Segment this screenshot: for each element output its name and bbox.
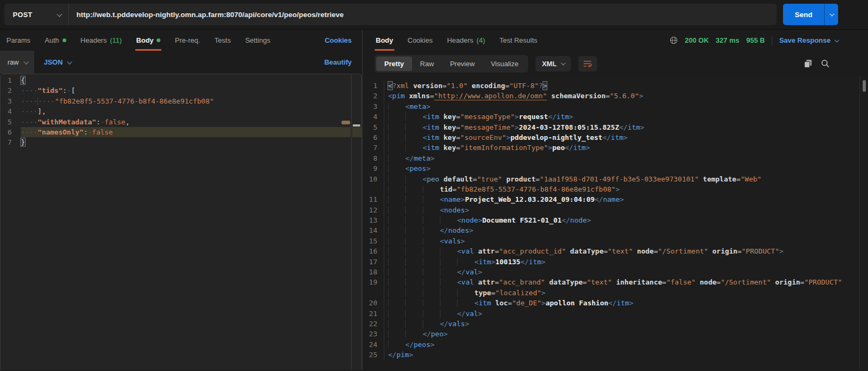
chevron-down-icon [561,61,565,65]
tab-label: Auth [45,36,59,44]
line-content: ····"tids":·[ [21,85,351,96]
line-content: <itm loc="de_DE">apollon Fashion</itm> [388,298,633,308]
view-preview[interactable]: Preview [442,57,483,71]
view-raw[interactable]: Raw [412,57,442,71]
code-line: 4····], [1,106,361,116]
line-number: 9 [363,163,384,173]
tab-auth[interactable]: Auth [44,30,67,51]
method-label: POST [13,11,33,19]
tab-label: Body [136,36,154,44]
wrap-text-button[interactable] [578,56,597,72]
line-content: <vals> [388,236,465,246]
code-line: 17 <itm>100135</itm> [363,257,868,267]
code-line: 1<?xml version="1.0" encoding="UTF-8"?> [363,81,868,91]
tab-cookies[interactable]: Cookies [407,30,434,51]
code-line: 1{ [1,75,361,85]
line-content: </pim> [388,350,413,360]
view-visualize[interactable]: Visualize [483,57,526,71]
overview-ruler [351,74,361,370]
line-number: 7 [363,143,384,153]
status-badge: 200 OK [685,36,709,44]
green-status-dot-icon [63,38,66,42]
response-tool-icons [804,59,868,68]
line-number: 24 [363,340,384,350]
format-select[interactable]: XML [536,56,571,72]
code-line: 3········"fb82e8f5-5537-4776-b8f4-86e8e9… [1,96,361,106]
send-button[interactable]: Send [783,4,824,25]
copy-icon[interactable] [804,59,812,68]
search-icon[interactable] [821,59,830,68]
line-number: 20 [363,298,384,308]
code-line: 7 <itm key="itemInformationType">peo</it… [363,143,868,153]
line-number: 4 [1,106,21,116]
tab-body[interactable]: Body [135,30,162,51]
tab-headers[interactable]: Headers(4) [446,30,486,51]
response-body-viewer[interactable]: 1<?xml version="1.0" encoding="UTF-8"?>2… [363,76,868,370]
tab-headers[interactable]: Headers(11) [80,30,123,51]
response-toolbar: PrettyRawPreviewVisualize XML [363,51,868,76]
chevron-down-icon [24,59,29,65]
line-number: 23 [363,329,384,339]
code-line: 7} [1,137,361,147]
code-line: 2····"tids":·[ [1,85,361,96]
tab-params[interactable]: Params [5,30,32,51]
tab-body[interactable]: Body [375,30,394,51]
language-label: JSON [44,58,63,66]
code-line: 25</pim> [363,350,868,360]
tab-pre-req[interactable]: Pre-req. [174,30,201,51]
send-options-button[interactable] [824,4,838,25]
line-number: 17 [363,257,384,267]
send-split-button: Send [783,4,838,25]
tab-label: Cookies [408,36,433,44]
code-line: 5····"withMetadata":·false, [1,117,361,127]
overview-cursor-marker[interactable] [353,124,360,127]
language-select[interactable]: JSON [34,58,71,66]
line-number: 8 [363,153,384,163]
divider [772,36,772,45]
view-pretty[interactable]: Pretty [376,57,412,71]
request-tabs-row: ParamsAuthHeaders(11)BodyPre-req.TestsSe… [0,30,362,51]
code-line: 6 <itm key="sourceEnv">pddevelop-nightly… [363,132,868,143]
line-number: 14 [363,225,384,235]
line-number: 5 [1,117,21,127]
line-content: </val> [388,267,482,277]
method-select[interactable]: POST [4,4,68,25]
request-url-bar: POST Send [0,0,868,30]
save-response-button[interactable]: Save Response [779,36,838,44]
line-number: 1 [363,81,384,91]
tab-tests[interactable]: Tests [213,30,231,51]
line-number: 16 [363,246,384,256]
line-content: <nodes> [388,205,469,215]
scrollbar-thumb[interactable] [863,80,866,92]
code-line: 24 </peos> [363,340,868,350]
view-switcher: PrettyRawPreviewVisualize [375,55,528,73]
beautify-button[interactable]: Beautify [324,58,362,66]
line-content: type="localized"> [388,288,546,298]
line-number: 13 [363,215,384,225]
line-content: <itm key="messageTime">2024-03-12T08:05:… [388,122,644,132]
line-number: 5 [363,122,384,132]
code-line: 11 <name>Project_Web_12.03.2024_09:04:09… [363,194,868,204]
url-input[interactable] [69,11,777,19]
line-number [363,184,384,194]
cookies-link[interactable]: Cookies [324,36,362,44]
tab-label: Params [6,36,30,44]
url-container: POST [4,4,777,25]
code-line: 21 </val> [363,309,868,319]
line-content: { [21,75,351,85]
response-code-lines: 1<?xml version="1.0" encoding="UTF-8"?>2… [363,81,868,360]
tab-test-results[interactable]: Test Results [499,30,539,51]
line-number: 25 [363,350,384,360]
line-number: 2 [363,91,384,101]
request-body-editor[interactable]: 1{2····"tids":·[3········"fb82e8f5-5537-… [0,74,362,370]
tab-settings[interactable]: Settings [244,30,272,51]
format-label: XML [542,60,556,68]
body-mode-select[interactable]: raw [0,51,34,74]
line-number: 18 [363,267,384,277]
line-content: </peos> [388,340,435,350]
line-content: <peos> [388,163,430,173]
code-line: 23 </peo> [363,329,868,339]
tab-label: Settings [245,36,270,44]
scrollbar-track[interactable] [859,76,868,370]
green-status-dot-icon [157,38,160,42]
